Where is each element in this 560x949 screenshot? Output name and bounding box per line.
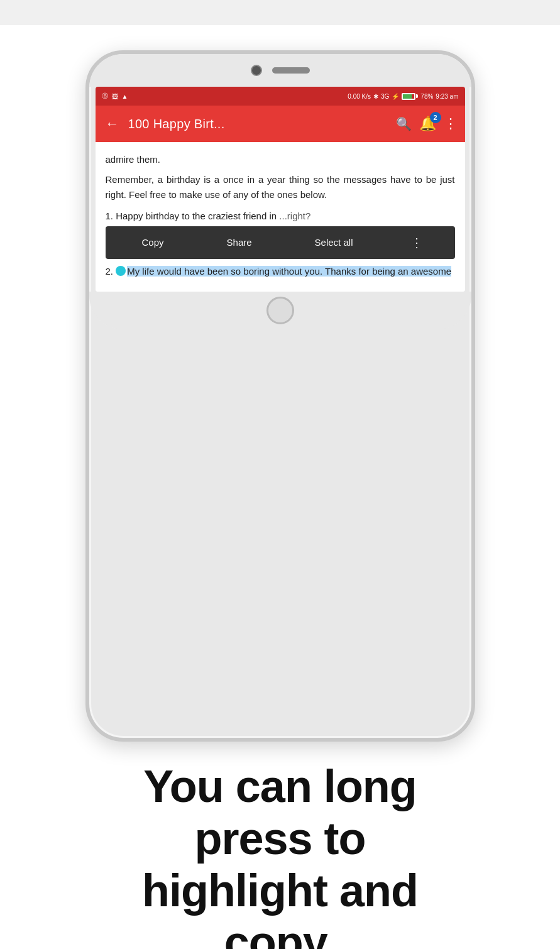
list-item-1: 1. Happy birthday to the craziest friend…	[106, 209, 455, 224]
status-left-icons: Ⓑ 🖼 ▲	[102, 92, 128, 101]
back-button[interactable]: ←	[103, 113, 122, 134]
phone-speaker	[272, 67, 310, 74]
time-display: 9:23 am	[436, 93, 458, 100]
app-bar-icons: 🔍 🔔 2 ⋮	[396, 116, 458, 132]
para-remember: Remember, a birthday is a once in a year…	[106, 172, 455, 202]
battery-percentage: 78%	[420, 93, 433, 100]
notification-button[interactable]: 🔔 2	[419, 116, 436, 132]
more-options-button[interactable]: ⋮	[444, 116, 458, 132]
list-item-2-highlighted: My life would have been so boring withou…	[127, 266, 451, 277]
content-spacer	[106, 279, 455, 292]
phone-top-bar	[89, 54, 471, 87]
notification-badge: 2	[430, 112, 441, 123]
bluetooth-icon: ✱	[373, 93, 378, 100]
phone-bottom	[89, 292, 471, 329]
context-menu: Copy Share Select all ⋮	[106, 226, 455, 259]
phone-screen: Ⓑ 🖼 ▲ 0.00 K/s ✱ 3G ⚡ 78%	[96, 87, 465, 292]
content-area: admire them. Remember, a birthday is a o…	[96, 142, 465, 292]
copy-button[interactable]: Copy	[132, 230, 174, 255]
select-all-button[interactable]: Select all	[305, 230, 363, 255]
battery-tip	[416, 94, 418, 98]
signal-icon: 3G	[381, 93, 389, 100]
more-options-context[interactable]: ⋮	[405, 228, 428, 258]
selection-handle	[116, 266, 126, 276]
phone-camera	[251, 65, 262, 76]
status-icon-arrow: ▲	[122, 93, 128, 100]
status-icon-image: 🖼	[112, 93, 118, 100]
battery-body	[402, 93, 415, 100]
phone-side-button	[471, 167, 475, 205]
app-title: 100 Happy Birt...	[128, 117, 390, 131]
share-button[interactable]: Share	[217, 230, 262, 255]
data-speed: 0.00 K/s	[348, 93, 371, 100]
instruction-line1: You can long	[143, 761, 417, 811]
page-wrapper: Ⓑ 🖼 ▲ 0.00 K/s ✱ 3G ⚡ 78%	[0, 25, 560, 949]
para-admire: admire them.	[106, 152, 455, 167]
home-button[interactable]	[266, 297, 294, 324]
list-item-1-cutoff: ...r	[279, 211, 290, 221]
search-button[interactable]: 🔍	[396, 116, 412, 131]
instruction-text: You can long press to highlight and copy…	[85, 742, 475, 949]
list-item-2: 2. My life would have been so boring wit…	[106, 264, 455, 279]
status-icon-b: Ⓑ	[102, 92, 108, 101]
instruction-line2: press to	[194, 813, 365, 864]
phone-shell: Ⓑ 🖼 ▲ 0.00 K/s ✱ 3G ⚡ 78%	[85, 50, 475, 742]
list-item-2-prefix: 2.	[106, 266, 116, 277]
instruction-line3: highlight and	[142, 865, 418, 916]
instruction-line4: copy.	[224, 917, 336, 949]
app-bar: ← 100 Happy Birt... 🔍 🔔 2 ⋮	[96, 106, 465, 142]
list-item-1-text: 1. Happy birthday to the craziest friend…	[106, 211, 277, 221]
status-bar: Ⓑ 🖼 ▲ 0.00 K/s ✱ 3G ⚡ 78%	[96, 87, 465, 106]
battery-fill	[403, 94, 412, 99]
bolt-icon: ⚡	[392, 93, 399, 100]
status-center: 0.00 K/s ✱ 3G ⚡ 78% 9:23 am	[348, 93, 458, 100]
battery-icon	[402, 93, 418, 100]
